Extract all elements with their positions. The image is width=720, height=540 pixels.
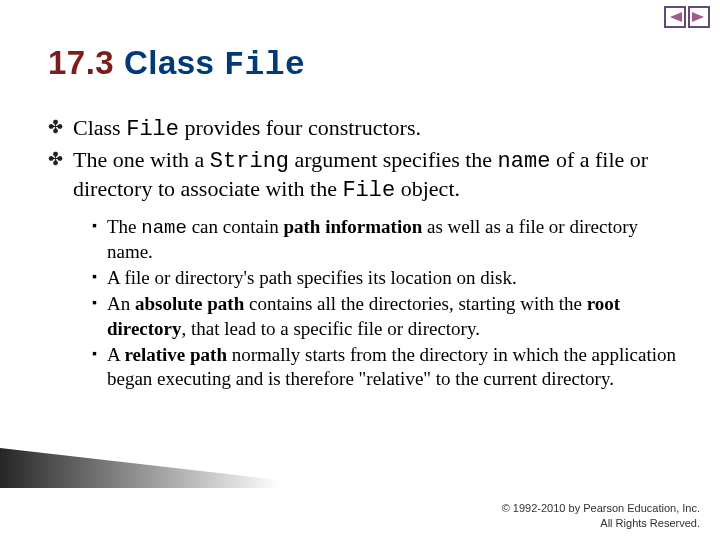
nav-prev-button[interactable] xyxy=(664,6,686,28)
copyright-line2: All Rights Reserved. xyxy=(502,516,700,530)
list-item: ✤The one with a String argument specifie… xyxy=(48,146,682,205)
title-code: File xyxy=(224,47,305,84)
arrow-right-icon xyxy=(692,11,706,23)
arrow-left-icon xyxy=(668,11,682,23)
nav-next-button[interactable] xyxy=(688,6,710,28)
bullet-icon: ✤ xyxy=(48,118,63,136)
sub-list: ▪The name can contain path information a… xyxy=(92,215,682,392)
bullet-icon: ▪ xyxy=(92,219,97,233)
main-list: ✤Class File provides four constructors.✤… xyxy=(48,114,682,205)
svg-marker-1 xyxy=(692,12,704,22)
copyright-line1: © 1992-2010 by Pearson Education, Inc. xyxy=(502,501,700,515)
slide-title: 17.3 Class File xyxy=(48,44,305,84)
list-item: ▪A relative path normally starts from th… xyxy=(92,343,682,392)
list-item-text: The one with a String argument specifies… xyxy=(73,146,682,205)
list-item-text: A relative path normally starts from the… xyxy=(107,343,682,392)
nav-buttons xyxy=(664,6,710,28)
decorative-shadow xyxy=(0,448,280,488)
copyright-footer: © 1992-2010 by Pearson Education, Inc. A… xyxy=(502,501,700,530)
list-item: ✤Class File provides four constructors. xyxy=(48,114,682,144)
list-item-text: A file or directory's path specifies its… xyxy=(107,266,517,290)
bullet-icon: ▪ xyxy=(92,270,97,284)
title-number: 17.3 xyxy=(48,44,114,81)
bullet-icon: ▪ xyxy=(92,296,97,310)
list-item: ▪A file or directory's path specifies it… xyxy=(92,266,682,290)
svg-marker-0 xyxy=(670,12,682,22)
slide-content: ✤Class File provides four constructors.✤… xyxy=(48,114,682,394)
bullet-icon: ▪ xyxy=(92,347,97,361)
list-item: ▪The name can contain path information a… xyxy=(92,215,682,265)
list-item: ▪An absolute path contains all the direc… xyxy=(92,292,682,341)
list-item-text: Class File provides four constructors. xyxy=(73,114,421,144)
list-item-text: The name can contain path information as… xyxy=(107,215,682,265)
title-word: Class xyxy=(124,44,215,81)
bullet-icon: ✤ xyxy=(48,150,63,168)
list-item-text: An absolute path contains all the direct… xyxy=(107,292,682,341)
